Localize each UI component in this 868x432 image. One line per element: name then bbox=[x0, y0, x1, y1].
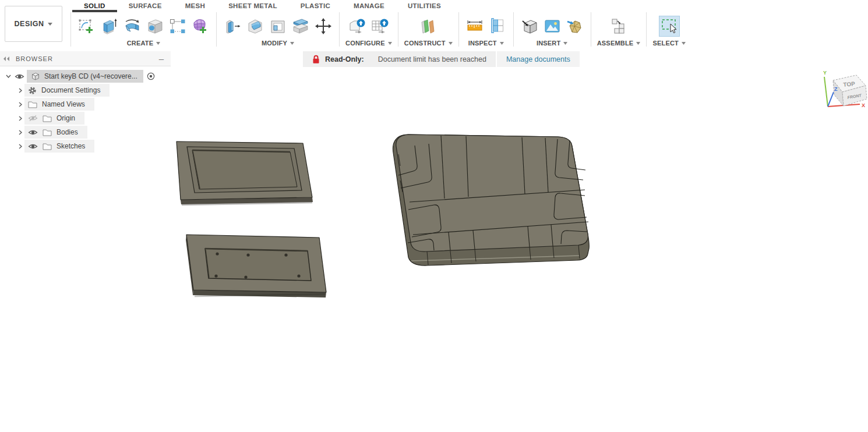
section-analysis-icon[interactable] bbox=[488, 16, 507, 36]
browser-collapse-icon[interactable] bbox=[3, 56, 10, 61]
ribbon-group-construct: CONSTRUCT bbox=[398, 12, 458, 47]
folder-icon bbox=[28, 101, 37, 108]
insert-group-dropdown[interactable]: INSERT bbox=[537, 40, 568, 47]
visibility-off-eye-icon bbox=[28, 115, 38, 122]
inspect-group-label: INSPECT bbox=[468, 40, 497, 47]
visibility-eye-icon bbox=[28, 129, 38, 136]
browser-header: BROWSER – bbox=[0, 51, 171, 66]
read-only-label: Read-Only: bbox=[325, 55, 364, 63]
new-component-icon[interactable] bbox=[609, 16, 629, 36]
assemble-group-dropdown[interactable]: ASSEMBLE bbox=[597, 40, 641, 47]
gear-icon bbox=[28, 86, 37, 95]
fusion-app-window: DESIGN SOLID SURFACE MESH SHEET METAL PL… bbox=[0, 0, 868, 432]
root-document-item[interactable]: Start keyB CD (v4~recovere... bbox=[27, 70, 143, 83]
read-only-banner: Read-Only: Document limit has been reach… bbox=[303, 51, 580, 67]
chevron-down-icon bbox=[636, 42, 640, 45]
chevron-right-icon[interactable] bbox=[16, 102, 24, 107]
create-sketch-icon[interactable] bbox=[77, 16, 97, 36]
select-group-dropdown[interactable]: SELECT bbox=[652, 40, 686, 47]
browser-title: BROWSER bbox=[16, 55, 159, 62]
tree-item-label: Document Settings bbox=[41, 86, 100, 94]
revolve-icon[interactable] bbox=[122, 16, 142, 36]
tab-sheet-metal[interactable]: SHEET METAL bbox=[217, 0, 289, 12]
insert-group-label: INSERT bbox=[537, 40, 561, 47]
tree-row-sketches[interactable]: Sketches bbox=[0, 139, 171, 153]
tree-row-named-views[interactable]: Named Views bbox=[0, 97, 171, 111]
tab-mesh[interactable]: MESH bbox=[174, 0, 217, 12]
insert-mesh-icon[interactable] bbox=[565, 16, 585, 36]
model-plate-top[interactable] bbox=[177, 141, 313, 205]
move-copy-icon[interactable] bbox=[313, 16, 333, 36]
root-document-label: Start keyB CD (v4~recovere... bbox=[44, 72, 137, 80]
create-form-icon[interactable] bbox=[190, 16, 210, 36]
fillet-icon[interactable] bbox=[245, 16, 265, 36]
chevron-right-icon[interactable] bbox=[16, 116, 24, 121]
toolbar-tabs: SOLID SURFACE MESH SHEET METAL PLASTIC M… bbox=[72, 0, 453, 12]
tree-item-label: Bodies bbox=[57, 128, 78, 136]
folder-icon bbox=[43, 129, 52, 136]
visibility-eye-icon bbox=[28, 143, 38, 150]
construction-plane-icon[interactable] bbox=[418, 16, 438, 36]
tab-surface[interactable]: SURFACE bbox=[117, 0, 174, 12]
tab-utilities[interactable]: UTILITIES bbox=[396, 0, 453, 12]
tree-item-label: Origin bbox=[57, 114, 75, 122]
canvas-icon[interactable] bbox=[542, 16, 562, 36]
split-body-icon[interactable] bbox=[291, 16, 310, 36]
design-workspace-menu[interactable]: DESIGN bbox=[5, 6, 62, 42]
ribbon-toolbar: CREATE bbox=[70, 12, 691, 47]
tree-row-bodies[interactable]: Bodies bbox=[0, 125, 171, 139]
folder-icon bbox=[43, 143, 52, 150]
viewcube-top-label[interactable]: TOP bbox=[843, 80, 856, 88]
ribbon-group-select: SELECT bbox=[646, 12, 691, 47]
shell-icon[interactable] bbox=[268, 16, 288, 36]
ribbon-group-configure: CONFIGURE bbox=[339, 12, 398, 47]
design-menu-label: DESIGN bbox=[15, 20, 44, 28]
x-axis-label: X bbox=[862, 102, 865, 108]
browser-tree: Start keyB CD (v4~recovere... Document S… bbox=[0, 66, 171, 153]
browser-minimize-button[interactable]: – bbox=[159, 56, 164, 62]
configure-icon[interactable] bbox=[347, 16, 367, 36]
chevron-down-icon bbox=[563, 42, 567, 45]
tree-row-origin[interactable]: Origin bbox=[0, 111, 171, 125]
construct-group-dropdown[interactable]: CONSTRUCT bbox=[404, 40, 453, 47]
y-axis-line bbox=[824, 77, 828, 107]
measure-icon[interactable] bbox=[465, 16, 485, 36]
modify-group-dropdown[interactable]: MODIFY bbox=[262, 40, 294, 47]
insert-derive-icon[interactable] bbox=[520, 16, 539, 36]
ribbon-group-insert: INSERT bbox=[513, 12, 591, 47]
rectangular-pattern-icon[interactable] bbox=[168, 16, 188, 36]
configure-group-dropdown[interactable]: CONFIGURE bbox=[345, 40, 392, 47]
activate-component-radio[interactable] bbox=[147, 72, 155, 80]
tree-row-root-document[interactable]: Start keyB CD (v4~recovere... bbox=[0, 69, 171, 83]
assemble-group-label: ASSEMBLE bbox=[597, 40, 634, 47]
modify-group-label: MODIFY bbox=[262, 40, 287, 47]
visibility-eye-icon[interactable] bbox=[13, 73, 26, 80]
tab-plastic[interactable]: PLASTIC bbox=[289, 0, 342, 12]
inspect-group-dropdown[interactable]: INSPECT bbox=[468, 40, 504, 47]
chevron-down-icon[interactable] bbox=[4, 75, 13, 78]
chevron-right-icon[interactable] bbox=[16, 130, 24, 135]
extrude-icon[interactable] bbox=[100, 16, 119, 36]
manage-documents-link[interactable]: Manage documents bbox=[497, 51, 580, 67]
view-cube[interactable]: TOP FRONT Y X Z bbox=[819, 62, 868, 116]
model-case-body[interactable] bbox=[393, 134, 589, 317]
chevron-down-icon bbox=[290, 42, 294, 45]
chevron-right-icon[interactable] bbox=[16, 144, 24, 149]
tree-row-document-settings[interactable]: Document Settings bbox=[0, 83, 171, 97]
chevron-down-icon bbox=[156, 42, 160, 45]
read-only-message: Read-Only: Document limit has been reach… bbox=[303, 51, 496, 67]
model-plate-bottom[interactable] bbox=[186, 235, 326, 298]
component-cube-icon bbox=[31, 72, 40, 80]
z-axis-line bbox=[828, 92, 834, 107]
chevron-down-icon bbox=[48, 23, 52, 26]
ribbon-group-assemble: ASSEMBLE bbox=[591, 12, 647, 47]
create-group-dropdown[interactable]: CREATE bbox=[127, 40, 161, 47]
hole-icon[interactable] bbox=[145, 16, 165, 36]
press-pull-icon[interactable] bbox=[223, 16, 242, 36]
tab-manage[interactable]: MANAGE bbox=[342, 0, 396, 12]
tab-solid[interactable]: SOLID bbox=[72, 0, 117, 12]
chevron-down-icon bbox=[449, 42, 453, 45]
configuration-table-icon[interactable] bbox=[370, 16, 390, 36]
chevron-right-icon[interactable] bbox=[16, 88, 24, 93]
select-tool-icon[interactable] bbox=[659, 16, 680, 37]
